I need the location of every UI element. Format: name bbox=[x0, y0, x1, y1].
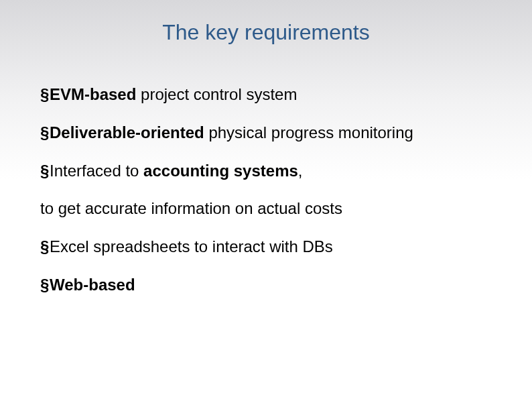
slide: The key requirements §EVM-based project … bbox=[0, 0, 532, 399]
continuation-line: to get accurate information on actual co… bbox=[40, 199, 492, 219]
text-bold: EVM-based bbox=[50, 85, 136, 103]
text: Excel spreadsheets to interact with DBs bbox=[50, 237, 333, 255]
bullet-item-4: §Excel spreadsheets to interact with DBs bbox=[40, 237, 492, 257]
bullet-icon: § bbox=[40, 276, 48, 295]
slide-title: The key requirements bbox=[40, 20, 492, 45]
bullet-icon: § bbox=[40, 162, 48, 181]
slide-body: §EVM-based project control system §Deliv… bbox=[40, 85, 492, 295]
text: physical progress monitoring bbox=[204, 123, 413, 141]
bullet-item-3: §Interfaced to accounting systems, bbox=[40, 162, 492, 181]
bullet-item-5: §Web-based bbox=[40, 276, 492, 295]
bullet-item-2: §Deliverable-oriented physical progress … bbox=[40, 123, 492, 143]
text: project control system bbox=[136, 85, 297, 103]
text: , bbox=[298, 162, 303, 180]
bullet-icon: § bbox=[40, 123, 48, 143]
bullet-icon: § bbox=[40, 237, 48, 257]
text: to get accurate information on actual co… bbox=[40, 199, 342, 217]
text: Interfaced to bbox=[50, 162, 143, 180]
text-bold: Deliverable-oriented bbox=[50, 123, 204, 141]
text-bold: Web-based bbox=[50, 276, 135, 294]
bullet-item-1: §EVM-based project control system bbox=[40, 85, 492, 105]
text-bold: accounting systems bbox=[143, 162, 298, 180]
bullet-icon: § bbox=[40, 85, 48, 105]
